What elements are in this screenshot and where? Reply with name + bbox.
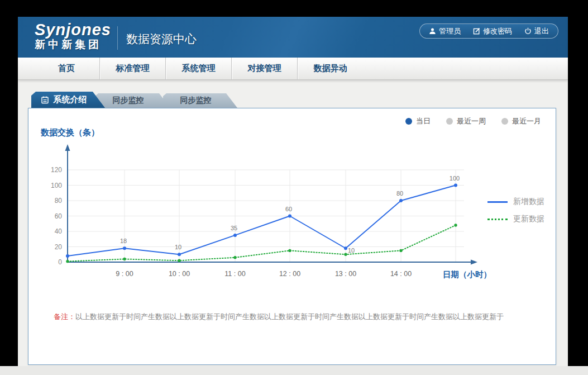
svg-text:9 : 00: 9 : 00 — [116, 270, 133, 278]
logout-button[interactable]: 退出 — [524, 26, 549, 36]
nav-item-label: 系统管理 — [182, 63, 216, 74]
svg-text:60: 60 — [285, 206, 292, 212]
user-label: 管理员 — [439, 26, 461, 36]
main-nav: 首页 标准管理 系统管理 对接管理 数据异动 — [18, 58, 568, 80]
radio-label: 当日 — [416, 116, 431, 126]
svg-text:日期（小时）: 日期（小时） — [443, 270, 491, 279]
nav-item-label: 数据异动 — [314, 63, 347, 74]
y-axis-title: 数据交换（条） — [41, 127, 99, 138]
power-icon — [524, 27, 532, 35]
nav-item-data-change[interactable]: 数据异动 — [297, 58, 363, 79]
dotted-line-icon — [487, 219, 508, 220]
svg-text:0: 0 — [58, 258, 62, 266]
clipboard-icon — [41, 96, 49, 104]
nav-item-label: 标准管理 — [116, 63, 150, 74]
page-bottom-strip — [0, 366, 588, 375]
remark-note: 备注：以上数据更新于时间产生数据以上数据更新于时间产生数据以上数据更新于时间产生… — [54, 312, 504, 322]
edit-icon — [473, 27, 480, 35]
user-icon — [429, 27, 436, 35]
svg-text:40: 40 — [55, 227, 63, 235]
svg-text:120: 120 — [51, 166, 62, 174]
time-range-filter: 当日 最近一周 最近一月 — [405, 116, 541, 126]
tab-bar: 同步监控 同步监控 系统介绍 — [31, 92, 310, 108]
radio-label: 最近一周 — [457, 116, 486, 126]
nav-item-integration-mgmt[interactable]: 对接管理 — [231, 58, 297, 79]
tab-label: 同步监控 — [113, 96, 144, 106]
svg-text:12 : 00: 12 : 00 — [279, 270, 300, 278]
radio-icon — [501, 118, 508, 125]
nav-item-system-mgmt[interactable]: 系统管理 — [165, 58, 231, 79]
svg-text:10: 10 — [348, 247, 355, 254]
svg-text:100: 100 — [51, 182, 62, 189]
svg-text:14 : 00: 14 : 00 — [390, 270, 412, 278]
tab-system-intro[interactable]: 系统介绍 — [31, 92, 105, 108]
nav-item-standard-mgmt[interactable]: 标准管理 — [99, 58, 165, 79]
radio-icon — [405, 118, 412, 125]
nav-item-label: 对接管理 — [248, 63, 281, 74]
svg-text:80: 80 — [396, 190, 403, 197]
svg-text:20: 20 — [55, 243, 63, 251]
svg-text:10: 10 — [175, 244, 181, 250]
nav-item-label: 首页 — [58, 63, 75, 74]
logo-primary-text: Synjones — [35, 21, 111, 38]
change-password-button[interactable]: 修改密码 — [473, 26, 512, 36]
legend-label: 更新数据 — [513, 214, 544, 224]
nav-item-home[interactable]: 首页 — [34, 58, 99, 79]
remark-prefix: 备注： — [54, 312, 75, 321]
svg-text:11 : 00: 11 : 00 — [224, 270, 245, 278]
svg-text:10 : 00: 10 : 00 — [169, 270, 190, 278]
filter-option-today[interactable]: 当日 — [405, 116, 431, 126]
logo-secondary-text: 新中新集团 — [35, 38, 111, 51]
content-panel: 当日 最近一周 最近一月 数据交换（条） 0204060801001209 : … — [28, 108, 556, 365]
header-bar: Synjones 新中新集团 数据资源中心 管理员 修改密码 — [18, 17, 568, 58]
svg-text:35: 35 — [231, 225, 237, 231]
filter-option-last-week[interactable]: 最近一周 — [446, 116, 486, 126]
current-user[interactable]: 管理员 — [429, 26, 461, 36]
tab-sync-monitor-2[interactable]: 同步监控 — [163, 93, 237, 108]
chart-legend: 新增数据 更新数据 — [487, 197, 544, 224]
legend-item-new-data[interactable]: 新增数据 — [487, 197, 544, 207]
solid-line-icon — [487, 201, 508, 203]
remark-text: 以上数据更新于时间产生数据以上数据更新于时间产生数据以上数据更新于时间产生数据以… — [75, 312, 504, 321]
company-logo: Synjones 新中新集团 — [35, 21, 111, 51]
radio-label: 最近一月 — [512, 116, 541, 126]
tab-label: 同步监控 — [180, 96, 212, 106]
legend-label: 新增数据 — [513, 197, 544, 207]
logout-label: 退出 — [534, 26, 549, 36]
svg-text:13 : 00: 13 : 00 — [335, 270, 356, 278]
change-password-label: 修改密码 — [483, 26, 512, 36]
svg-text:18: 18 — [120, 238, 127, 244]
radio-icon — [446, 118, 453, 125]
tab-label: 系统介绍 — [54, 94, 87, 105]
svg-text:100: 100 — [450, 175, 460, 182]
tab-sync-monitor-1[interactable]: 同步监控 — [95, 93, 170, 108]
legend-item-updated-data[interactable]: 更新数据 — [487, 214, 544, 224]
app-window: Synjones 新中新集团 数据资源中心 管理员 修改密码 — [18, 17, 568, 366]
user-toolbar: 管理员 修改密码 退出 — [419, 23, 558, 39]
line-chart: 0204060801001209 : 0010 : 0011 : 0012 : … — [40, 139, 531, 307]
filter-option-last-month[interactable]: 最近一月 — [501, 116, 541, 126]
svg-text:60: 60 — [55, 212, 63, 220]
header-divider — [117, 26, 118, 50]
svg-text:80: 80 — [55, 197, 63, 205]
page-title: 数据资源中心 — [126, 31, 197, 47]
